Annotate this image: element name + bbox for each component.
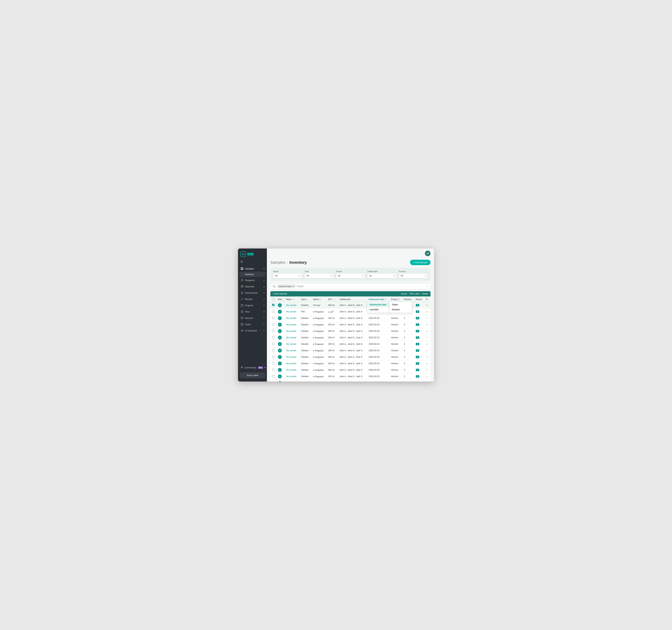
process-select[interactable]: All — [399, 273, 428, 278]
row-checkbox[interactable] — [272, 362, 274, 364]
dropdown-horizon-option[interactable]: Horizon — [389, 307, 412, 312]
svg-rect-1 — [242, 267, 243, 268]
add-sample-button[interactable]: + Add Sample — [410, 260, 431, 265]
page-header: Samples › Inventory + Add Sample — [270, 258, 431, 268]
avatar[interactable]: JA — [425, 250, 431, 256]
star-icon[interactable]: ★ — [426, 343, 428, 345]
row-checkbox[interactable] — [272, 304, 274, 306]
sidebar-item-projects[interactable]: Projects ▾ — [238, 302, 267, 309]
star-icon[interactable]: ★ — [426, 304, 428, 307]
sidebar-item-tasks[interactable]: Tasks ▾ — [238, 321, 267, 328]
sidebar-item-results[interactable]: Results ▾ — [238, 296, 267, 302]
sidebar-item-devices[interactable]: Devices ▾ — [238, 315, 267, 321]
breadcrumb-parent[interactable]: Samples — [270, 260, 285, 265]
table-row: LI My sample Solution Prepared 200 ml Jo… — [270, 360, 431, 367]
date-cell: 2023-03-23 — [367, 354, 389, 360]
collaborator-cell: John A., Jane D., Jack S. — [338, 321, 367, 328]
export-button[interactable]: Export — [401, 293, 407, 295]
row-checkbox[interactable] — [272, 368, 274, 371]
status-cell: Prepared — [311, 334, 327, 341]
device-icon — [240, 316, 244, 319]
name-cell: My sample — [285, 328, 299, 334]
community-item[interactable]: Community PRO ▾ — [238, 364, 267, 371]
sample-link[interactable]: My sample — [286, 362, 296, 365]
topbar: JA — [267, 248, 434, 258]
project-dropdown-button[interactable]: Project ▲▾ — [391, 298, 399, 300]
dropdown-last-edit-option[interactable]: Last Edit — [367, 307, 391, 312]
status-cell: Prepared — [311, 367, 327, 373]
star-icon[interactable]: ★ — [426, 362, 428, 365]
star-icon[interactable]: ★ — [426, 310, 428, 313]
sidebar-item-samples[interactable]: Samples ▾ — [238, 265, 267, 272]
sidebar-item-inventory[interactable]: Inventory — [239, 272, 265, 277]
name-cell: My sample — [285, 309, 299, 315]
star-icon[interactable]: ★ — [426, 336, 428, 339]
project-select[interactable]: All — [336, 273, 365, 278]
sample-link[interactable]: My sample — [286, 304, 296, 307]
scan-label-button[interactable]: Scan Label — [240, 372, 265, 378]
search-input[interactable] — [297, 285, 426, 288]
th-project[interactable]: Project ▲▾ Client Horizon — [389, 296, 402, 302]
th-name[interactable]: Name ▲ — [285, 296, 299, 302]
name-sort-button[interactable]: Name ▲ — [286, 298, 294, 300]
row-checkbox[interactable] — [272, 349, 274, 352]
dropdown-client-option[interactable]: Client — [389, 302, 412, 307]
star-icon[interactable]: ★ — [426, 330, 428, 333]
search-tag-remove[interactable]: ✕ — [292, 285, 294, 288]
star-icon[interactable]: ★ — [426, 356, 428, 358]
print-label-button[interactable]: Print Label — [409, 293, 419, 295]
sample-link[interactable]: My sample — [286, 336, 296, 339]
sidebar-item-experiments[interactable]: Experiments ▾ — [238, 290, 267, 296]
status-dropdown-button[interactable]: Status ▲▾ — [313, 298, 321, 300]
hamburger-button[interactable]: ☰ — [238, 259, 267, 265]
sample-link[interactable]: My sample — [286, 349, 296, 352]
sidebar-item-reagents[interactable]: Reagents ▾ — [238, 277, 267, 283]
select-all-checkbox[interactable] — [272, 298, 274, 300]
star-icon[interactable]: ★ — [426, 323, 428, 326]
type-dropdown-button[interactable]: Type ▲▾ — [301, 298, 307, 300]
qty-cell: 200 ml — [327, 334, 338, 341]
row-checkbox[interactable] — [272, 323, 274, 325]
name-cell: My sample — [285, 380, 299, 382]
row-checkbox-cell — [270, 367, 276, 373]
star-icon[interactable]: ★ — [426, 368, 428, 371]
sample-link[interactable]: My sample — [286, 369, 296, 371]
type-select[interactable]: All — [305, 273, 333, 278]
sidebar-item-files[interactable]: Files ▾ — [238, 309, 267, 315]
sample-link[interactable]: My sample — [286, 343, 296, 345]
sample-link[interactable]: My sample — [286, 317, 296, 319]
status-value: Prepared — [313, 311, 323, 313]
row-checkbox[interactable] — [272, 343, 274, 345]
row-checkbox[interactable] — [272, 330, 274, 332]
star-icon[interactable]: ★ — [426, 349, 428, 352]
sample-link[interactable]: My sample — [286, 356, 296, 358]
submission-date-dropdown-button[interactable]: Submission date ▲▾ — [369, 298, 386, 300]
row-checkbox[interactable] — [272, 336, 274, 338]
process-cell: 3 — [402, 373, 414, 380]
th-status[interactable]: Status ▲▾ — [311, 296, 327, 302]
logo-mark: Qx — [240, 251, 246, 257]
sample-link[interactable]: My sample — [286, 375, 296, 378]
star-icon[interactable]: ★ — [426, 317, 428, 319]
process-cell: 3 — [402, 367, 414, 373]
status-select[interactable]: All — [273, 273, 302, 278]
delete-button[interactable]: Delete — [422, 293, 428, 295]
breadcrumb-current: Inventory — [289, 260, 307, 265]
th-type[interactable]: Type ▲▾ — [299, 296, 311, 302]
th-submission-date[interactable]: Submission date ▲▾ Submission date Last … — [367, 296, 389, 302]
sample-link[interactable]: My sample — [286, 330, 296, 332]
collaborator-select[interactable]: All — [367, 273, 396, 278]
sample-link[interactable]: My sample — [286, 311, 296, 313]
sample-link[interactable]: My sample — [286, 323, 296, 326]
sidebar-item-materials[interactable]: Materials ▾ — [238, 283, 267, 290]
row-checkbox[interactable] — [272, 356, 274, 358]
row-checkbox[interactable] — [272, 310, 274, 313]
row-checkbox[interactable] — [272, 375, 274, 377]
search-clear-button[interactable]: × — [427, 285, 428, 288]
dropdown-submission-date-option[interactable]: Submission date — [367, 302, 391, 307]
row-checkbox[interactable] — [272, 317, 274, 319]
star-icon[interactable]: ★ — [426, 375, 428, 378]
th-qty[interactable]: QTY ▲ — [327, 296, 338, 302]
qty-sort-button[interactable]: QTY ▲ — [328, 298, 335, 300]
sidebar-item-ai-assistant[interactable]: AI Assistant ▾ — [238, 328, 267, 334]
